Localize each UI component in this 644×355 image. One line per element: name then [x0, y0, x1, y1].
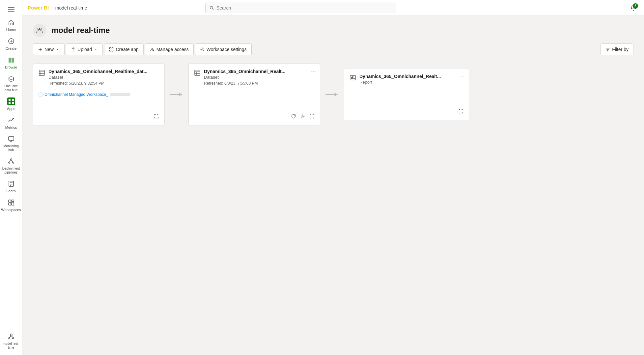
svg-line-35 [9, 336, 11, 338]
card2-footer [194, 110, 315, 120]
apps-icon [7, 97, 15, 105]
sidebar-item-hamburger[interactable] [0, 3, 22, 16]
toolbar: New Upload Create app Manage access Work… [33, 43, 633, 55]
svg-line-23 [11, 160, 13, 162]
new-label: New [44, 47, 54, 52]
deployment-icon [7, 157, 15, 165]
sidebar-item-label: Metrics [5, 125, 17, 130]
svg-point-48 [153, 49, 154, 50]
svg-rect-11 [9, 99, 11, 101]
svg-rect-45 [110, 50, 111, 51]
create-app-button[interactable]: Create app [104, 43, 143, 55]
card1-tag: Omnichannel Managed Workspace_ [39, 92, 159, 97]
card1-type: Dataset [48, 75, 147, 80]
upload-chevron-icon [94, 47, 98, 51]
svg-point-40 [40, 28, 42, 30]
card1-header: Dynamics_365_Omnichannel_Realtime_dat...… [39, 69, 159, 86]
svg-rect-1 [8, 9, 14, 10]
sidebar-item-metrics[interactable]: Metrics [0, 114, 22, 132]
settings-icon [200, 47, 205, 52]
search-bar[interactable] [205, 3, 396, 13]
expand-icon-1[interactable] [154, 114, 159, 120]
report-icon-3 [350, 74, 356, 83]
svg-rect-53 [39, 70, 44, 75]
expand-icon-2[interactable] [309, 114, 315, 120]
workspace-settings-button[interactable]: Workspace settings [195, 43, 252, 55]
svg-rect-6 [9, 58, 11, 60]
create-app-icon [109, 47, 114, 52]
settings-icon-2[interactable] [300, 114, 305, 120]
svg-point-21 [13, 162, 14, 163]
svg-rect-12 [12, 99, 14, 101]
sidebar-item-onelake[interactable]: OneLake data hub [0, 72, 22, 95]
sidebar-item-browse[interactable]: Browse [0, 53, 22, 72]
card3-more-button[interactable]: ··· [460, 72, 465, 79]
filter-label: Filter by [612, 47, 629, 52]
sidebar-item-label: Apps [7, 107, 15, 111]
sidebar-item-deployment[interactable]: Deployment pipelines [0, 155, 22, 177]
sidebar-item-workspaces[interactable]: Workspaces [0, 196, 22, 215]
arrow-2 [325, 91, 339, 98]
svg-rect-29 [12, 200, 14, 202]
svg-rect-30 [9, 203, 11, 205]
workspace-title: model real-time [51, 26, 110, 35]
lineage-area: Dynamics_365_Omnichannel_Realtime_dat...… [33, 63, 633, 126]
card3-text: Dynamics_365_Omnichannel_Realt... Report [359, 74, 441, 85]
card2-more-button[interactable]: ··· [311, 68, 316, 74]
expand-icon-3[interactable] [458, 109, 463, 115]
tag-icon-1 [39, 93, 42, 96]
upload-button[interactable]: Upload [66, 43, 103, 55]
sidebar-item-model-realtime[interactable]: model real-time [0, 330, 22, 352]
svg-rect-44 [112, 47, 113, 49]
card2-refreshed: Refreshed: 6/8/23, 7:55:00 PM [204, 81, 285, 86]
svg-rect-13 [9, 102, 11, 104]
svg-rect-16 [9, 137, 14, 140]
metrics-icon [7, 116, 15, 124]
svg-line-36 [11, 336, 13, 338]
svg-point-39 [38, 28, 40, 30]
new-button[interactable]: New [33, 43, 65, 55]
topbar-right: 8 [628, 3, 639, 13]
workspace-header: model real-time [33, 24, 633, 37]
onelake-icon [7, 75, 15, 83]
svg-rect-59 [195, 70, 200, 75]
search-input[interactable] [216, 5, 392, 11]
svg-line-38 [212, 9, 213, 10]
brand-area: Power BI | model real-time [28, 5, 87, 11]
svg-rect-0 [8, 7, 14, 8]
svg-point-15 [13, 118, 14, 119]
sidebar-item-label: Workspaces [1, 208, 21, 212]
sidebar-item-create[interactable]: Create [0, 35, 22, 53]
power-bi-logo: Power BI [28, 5, 49, 11]
create-icon [7, 37, 15, 45]
card1-footer [39, 110, 159, 120]
create-app-label: Create app [116, 47, 138, 52]
card3-type: Report [359, 80, 441, 85]
sidebar-item-home[interactable]: Home [0, 16, 22, 35]
sidebar: Home Create Browse OneLake data hub Apps… [0, 0, 22, 355]
workspaces-icon [7, 199, 15, 206]
svg-point-37 [210, 6, 213, 9]
sidebar-item-label: Browse [5, 65, 17, 69]
svg-rect-67 [352, 76, 353, 79]
svg-rect-8 [9, 60, 11, 63]
lineage-card-2: Dynamics_365_Omnichannel_Realt... Datase… [188, 63, 320, 126]
sidebar-item-monitoring[interactable]: Monitoring hub [0, 132, 22, 155]
refresh-icon-2[interactable] [291, 114, 296, 120]
content-area: model real-time New Upload Create app Ma… [22, 16, 644, 355]
upload-label: Upload [77, 47, 92, 52]
chevron-down-icon [56, 47, 60, 51]
arrow-1 [170, 91, 183, 98]
notification-button[interactable]: 8 [628, 3, 639, 13]
filter-by[interactable]: Filter by [601, 43, 633, 55]
dataset-icon-2 [194, 69, 201, 78]
card1-text: Dynamics_365_Omnichannel_Realtime_dat...… [48, 69, 147, 86]
card2-type: Dataset [204, 75, 285, 80]
sidebar-item-learn[interactable]: Learn [0, 177, 22, 196]
svg-rect-7 [12, 58, 14, 60]
plus-icon [38, 47, 42, 52]
card2-header: Dynamics_365_Omnichannel_Realt... Datase… [194, 69, 315, 86]
card3-footer [350, 105, 463, 115]
manage-access-button[interactable]: Manage access [145, 43, 194, 55]
sidebar-item-apps[interactable]: Apps [0, 95, 22, 114]
